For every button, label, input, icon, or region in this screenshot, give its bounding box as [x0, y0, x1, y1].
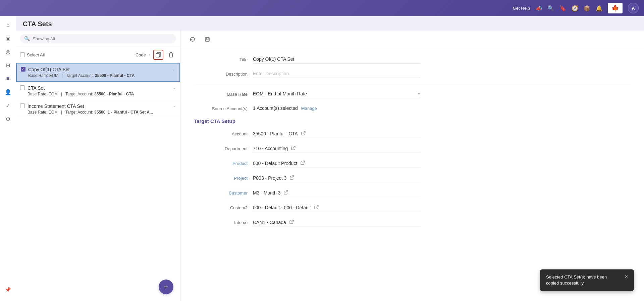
sidebar-item-grid[interactable]: ⊞: [2, 59, 14, 71]
broadcast-icon[interactable]: 📣: [535, 5, 542, 11]
toast-close-button[interactable]: ×: [625, 274, 628, 280]
source-account-value-area: 1 Account(s) selected Manage: [253, 104, 421, 112]
base-rate-value: EOM: [49, 92, 58, 96]
item-content: Income Statement CTA Set Base Rate: EOM …: [28, 103, 170, 115]
base-rate-select[interactable]: EOM - End of Month Rate ▼: [253, 90, 421, 98]
item-chevron-icon: ⌄: [173, 85, 176, 90]
item-chevron-icon: ⌄: [173, 103, 176, 108]
product-label: Product: [194, 159, 248, 166]
project-field: P003 - Project 3: [253, 174, 421, 182]
target-account-value: 35500_1 - Planful - CTA Set A...: [94, 110, 153, 115]
description-row: Description: [194, 70, 631, 78]
item-subtitle: Base Rate: EOM | Target Account: 35500_1…: [28, 110, 170, 115]
custom2-label: Custom2: [194, 203, 248, 210]
item-content: CTA Set Base Rate: EOM | Target Account:…: [28, 85, 170, 96]
sidebar-item-dashboard[interactable]: ◉: [2, 32, 14, 44]
external-link-icon[interactable]: [314, 205, 319, 210]
item-checkbox[interactable]: [21, 67, 25, 72]
item-subtitle: Base Rate: EOM | Target Account: 35500 -…: [28, 73, 169, 78]
target-account-value: 35500 - Planful - CTA: [94, 92, 134, 96]
list-item[interactable]: CTA Set Base Rate: EOM | Target Account:…: [16, 82, 180, 100]
get-help-link[interactable]: Get Help: [513, 6, 530, 11]
target-account-label: Target Account:: [65, 110, 93, 115]
sidebar-item-settings[interactable]: ⚙: [2, 113, 14, 125]
add-button[interactable]: +: [159, 280, 173, 294]
external-link-icon[interactable]: [284, 190, 288, 196]
external-link-icon[interactable]: [290, 175, 294, 181]
bookmark-icon[interactable]: 🔖: [559, 5, 566, 11]
cube-icon[interactable]: 📦: [584, 5, 590, 11]
interco-row: Interco CAN1 - Canada: [194, 218, 631, 227]
external-link-icon[interactable]: [289, 219, 294, 225]
project-row: Project P003 - Project 3: [194, 174, 631, 182]
sidebar-item-check[interactable]: ✓: [2, 99, 14, 112]
search-box[interactable]: 🔍: [20, 34, 176, 43]
detail-panel: Title Description: [180, 31, 644, 301]
external-link-icon[interactable]: [301, 131, 306, 136]
title-input[interactable]: [253, 55, 421, 63]
title-value-area: [253, 55, 421, 63]
select-all-checkbox[interactable]: [20, 52, 25, 57]
sidebar-item-person[interactable]: 👤: [2, 86, 14, 98]
customer-field: M3 - Month 3: [253, 188, 421, 197]
interco-field: CAN1 - Canada: [253, 218, 421, 227]
svg-rect-4: [206, 40, 209, 41]
external-link-icon[interactable]: [301, 160, 305, 166]
product-field: 000 - Default Product: [253, 159, 421, 168]
copy-button[interactable]: [153, 50, 163, 60]
project-value: P003 - Project 3: [253, 175, 286, 181]
source-account-label: Source Account(s): [194, 104, 248, 111]
item-content: Copy Of(1) CTA Set Base Rate: EOM | Targ…: [28, 67, 169, 78]
source-account-count: 1 Account(s) selected: [253, 105, 298, 111]
description-value-area: [253, 70, 421, 78]
save-button[interactable]: [202, 34, 213, 45]
bell-icon[interactable]: 🔔: [596, 5, 602, 11]
compass-icon[interactable]: 🧭: [572, 5, 578, 11]
search-icon: 🔍: [24, 36, 30, 41]
logo-icon: 🍁: [611, 4, 619, 12]
top-navigation: Get Help 📣 🔍 🔖 🧭 📦 🔔 🍁 A: [0, 0, 644, 16]
sidebar-item-target[interactable]: ◎: [2, 46, 14, 58]
item-title: CTA Set: [28, 85, 170, 91]
sort-asc-icon[interactable]: ↑: [149, 52, 151, 57]
customer-label: Customer: [194, 188, 248, 196]
manage-link[interactable]: Manage: [301, 106, 317, 111]
dropdown-arrow-icon: ▼: [417, 92, 421, 96]
content-area: CTA Sets 🔍 Select All Code: [16, 16, 644, 301]
select-all-checkbox-row[interactable]: Select All: [20, 52, 45, 57]
delete-button[interactable]: [166, 50, 176, 60]
sidebar-item-home[interactable]: ⌂: [2, 19, 14, 31]
interco-label: Interco: [194, 218, 248, 225]
detail-toolbar: [180, 31, 644, 48]
search-input[interactable]: [33, 36, 172, 41]
title-row: Title: [194, 55, 631, 63]
target-account-value: 35500 - Planful - CTA: [95, 73, 135, 78]
title-label: Title: [194, 55, 248, 62]
svg-rect-3: [206, 37, 208, 39]
account-value-area: 35500 - Planful - CTA: [253, 129, 421, 138]
product-value: 000 - Default Product: [253, 161, 297, 166]
item-checkbox[interactable]: [20, 103, 25, 108]
base-rate-value-area: EOM - End of Month Rate ▼: [253, 90, 421, 98]
refresh-button[interactable]: [187, 34, 198, 45]
department-label: Department: [194, 144, 248, 151]
list-item[interactable]: Income Statement CTA Set Base Rate: EOM …: [16, 100, 180, 118]
account-field: 35500 - Planful - CTA: [253, 129, 421, 138]
list-toolbar: Select All Code ↑: [16, 47, 180, 63]
page-title-bar: CTA Sets: [16, 16, 644, 31]
pin-icon[interactable]: 📌: [2, 284, 14, 296]
account-row: Account 35500 - Planful - CTA: [194, 129, 631, 138]
description-input[interactable]: [253, 70, 421, 78]
external-link-icon[interactable]: [291, 145, 296, 151]
user-avatar[interactable]: A: [628, 3, 639, 13]
search-icon[interactable]: 🔍: [547, 5, 554, 11]
detail-content: Title Description: [180, 48, 644, 240]
item-checkbox[interactable]: [20, 85, 25, 90]
app-logo: 🍁: [608, 3, 623, 13]
list-item[interactable]: Copy Of(1) CTA Set Base Rate: EOM | Targ…: [16, 63, 180, 82]
department-field: 710 - Accounting: [253, 144, 421, 153]
base-rate-selected-value: EOM - End of Month Rate: [253, 91, 415, 96]
page-title: CTA Sets: [23, 20, 52, 28]
sidebar-item-list[interactable]: ≡: [2, 73, 14, 85]
custom2-row: Custom2 000 - Default - 000 - Default: [194, 203, 631, 212]
